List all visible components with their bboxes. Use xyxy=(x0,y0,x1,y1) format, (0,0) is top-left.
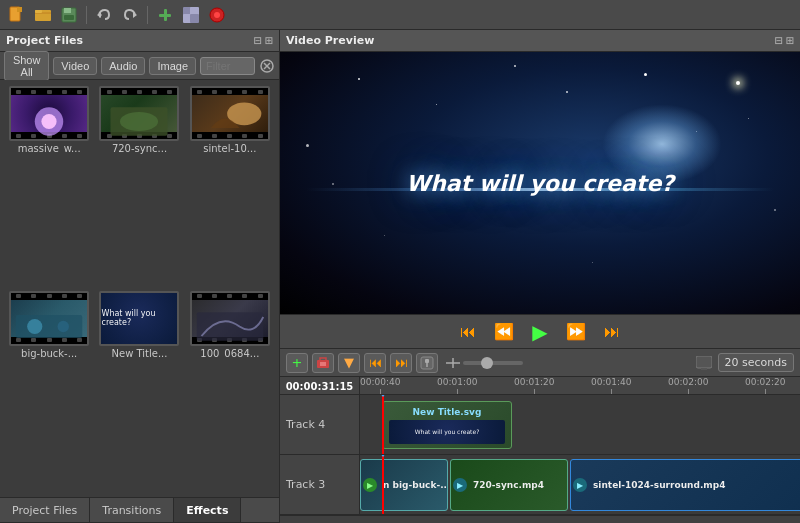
bright-star-icon xyxy=(728,73,748,93)
main-area: Project Files ⊟ ⊞ Show All Video Audio I… xyxy=(0,30,800,523)
show-all-button[interactable]: Show All xyxy=(4,51,49,81)
svg-rect-40 xyxy=(696,356,712,368)
undo-icon[interactable] xyxy=(93,4,115,26)
svg-rect-36 xyxy=(425,359,429,363)
svg-point-18 xyxy=(214,12,220,18)
filter-bar: Show All Video Audio Image xyxy=(0,52,279,80)
header-icons: ⊟ ⊞ xyxy=(253,35,273,46)
left-panel: Project Files ⊟ ⊞ Show All Video Audio I… xyxy=(0,30,280,523)
fast-forward-button[interactable]: ⏩ xyxy=(564,320,588,344)
thumb-100[interactable]: 100_0684... xyxy=(187,291,273,492)
new-file-icon[interactable] xyxy=(6,4,28,26)
timeline-tracks-container: 00:00:31:15 00:00:40 00:01:00 00:01:20 xyxy=(280,377,800,515)
go-start-tl-button[interactable]: ⏮ xyxy=(364,353,386,373)
open-folder-icon[interactable] xyxy=(32,4,54,26)
svg-rect-12 xyxy=(159,14,171,17)
bigbuck-clip[interactable]: ▶ n big-buck-... xyxy=(360,459,448,511)
bigbuck-clip-icon: ▶ xyxy=(363,478,377,492)
thumb-massive[interactable]: massive_w... xyxy=(6,86,92,287)
video-preview-header: Video Preview ⊟ ⊞ xyxy=(280,30,800,52)
tab-transitions[interactable]: Transitions xyxy=(90,498,174,522)
record-icon[interactable] xyxy=(206,4,228,26)
title-clip-label: New Title.svg xyxy=(413,407,482,417)
thumb-sintel[interactable]: sintel-10... xyxy=(187,86,273,287)
filter-clear-icon[interactable] xyxy=(259,57,275,75)
video-preview-area: What will you create? xyxy=(280,52,800,314)
thumb-sintel-label: sintel-10... xyxy=(190,143,270,154)
track-3-label: Track 3 xyxy=(280,455,360,514)
preview-controls: ⏮ ⏪ ▶ ⏩ ⏭ xyxy=(280,314,800,348)
go-end-tl-button[interactable]: ⏭ xyxy=(390,353,412,373)
zoom-slider[interactable] xyxy=(446,358,523,368)
svg-rect-2 xyxy=(17,7,22,12)
sep2 xyxy=(147,6,148,24)
title-clip[interactable]: New Title.svg What will you create? xyxy=(382,401,512,449)
track-3-row: Track 3 ▶ n big-buck-... ▶ xyxy=(280,455,800,515)
remove-track-button[interactable] xyxy=(312,353,334,373)
playhead xyxy=(382,395,384,454)
preview-text: What will you create? xyxy=(406,171,674,196)
track-4-content: New Title.svg What will you create? xyxy=(360,395,800,454)
timeline-ruler: 00:00:31:15 00:00:40 00:01:00 00:01:20 xyxy=(280,377,800,395)
add-track-button[interactable]: + xyxy=(286,353,308,373)
svg-point-23 xyxy=(42,114,57,129)
thumb-bigbuck[interactable]: big-buck-... xyxy=(6,291,92,492)
bigbuck-clip-label: n big-buck-... xyxy=(379,478,448,492)
zoom-thumb[interactable] xyxy=(481,357,493,369)
sintel-clip[interactable]: ▶ sintel-1024-surround.mp4 xyxy=(570,459,800,511)
preview-maximize-icon[interactable]: ⊞ xyxy=(786,35,794,46)
maximize-icon[interactable]: ⊞ xyxy=(265,35,273,46)
image-filter-button[interactable]: Image xyxy=(149,57,196,75)
svg-rect-30 xyxy=(197,312,264,341)
playhead-arrow xyxy=(377,395,389,397)
current-time-display: 00:00:31:15 xyxy=(280,377,360,395)
720sync-clip[interactable]: ▶ 720-sync.mp4 xyxy=(450,459,568,511)
tab-project-files[interactable]: Project Files xyxy=(0,498,90,522)
rewind-button[interactable]: ⏪ xyxy=(492,320,516,344)
thumb-720sync[interactable]: 720-sync... xyxy=(96,86,182,287)
svg-point-25 xyxy=(120,112,158,131)
project-files-header: Project Files ⊟ ⊞ xyxy=(0,30,279,52)
redo-icon[interactable] xyxy=(119,4,141,26)
add-icon[interactable] xyxy=(154,4,176,26)
go-end-button[interactable]: ⏭ xyxy=(600,320,624,344)
title-clip-preview: What will you create? xyxy=(389,420,504,444)
minimize-icon[interactable]: ⊟ xyxy=(253,35,261,46)
add-marker-button[interactable] xyxy=(416,353,438,373)
preview-minimize-icon[interactable]: ⊟ xyxy=(774,35,782,46)
audio-filter-button[interactable]: Audio xyxy=(101,57,145,75)
play-button[interactable]: ▶ xyxy=(528,320,552,344)
filter-input[interactable] xyxy=(200,57,255,75)
thumb-720sync-label: 720-sync... xyxy=(99,143,179,154)
ruler-mark-5: 00:02:20 xyxy=(745,377,785,394)
svg-point-28 xyxy=(27,318,42,333)
timeline-scrollbar[interactable] xyxy=(280,515,800,523)
right-panel: Video Preview ⊟ ⊞ xyxy=(280,30,800,523)
filter-down-button[interactable]: ▼ xyxy=(338,353,360,373)
svg-rect-4 xyxy=(35,10,42,13)
go-start-button[interactable]: ⏮ xyxy=(456,320,480,344)
720sync-clip-label: 720-sync.mp4 xyxy=(469,478,548,492)
export-icon[interactable] xyxy=(180,4,202,26)
thumb-massive-label: massive_w... xyxy=(9,143,89,154)
svg-rect-6 xyxy=(64,8,71,13)
svg-rect-27 xyxy=(16,315,83,338)
seconds-badge: 20 seconds xyxy=(718,353,794,372)
thumb-100-label: 100_0684... xyxy=(190,348,270,359)
svg-rect-41 xyxy=(701,368,707,370)
display-icon xyxy=(696,356,712,370)
save-icon[interactable] xyxy=(58,4,80,26)
svg-rect-16 xyxy=(190,14,199,23)
preview-header-icons: ⊟ ⊞ xyxy=(774,35,794,46)
ruler-mark-1: 00:01:00 xyxy=(437,377,477,394)
720sync-clip-icon: ▶ xyxy=(453,478,467,492)
video-filter-button[interactable]: Video xyxy=(53,57,97,75)
tab-effects[interactable]: Effects xyxy=(174,498,241,522)
ruler-marks: 00:00:40 00:01:00 00:01:20 00:01:40 xyxy=(360,377,800,394)
ruler-mark-2: 00:01:20 xyxy=(514,377,554,394)
ruler-mark-4: 00:02:00 xyxy=(668,377,708,394)
thumb-newtitle[interactable]: What will you create? New Title... xyxy=(96,291,182,492)
zoom-track[interactable] xyxy=(463,361,523,365)
track-4-label: Track 4 xyxy=(280,395,360,454)
track-3-content: ▶ n big-buck-... ▶ 720-sync.mp4 ▶ sintel… xyxy=(360,455,800,514)
